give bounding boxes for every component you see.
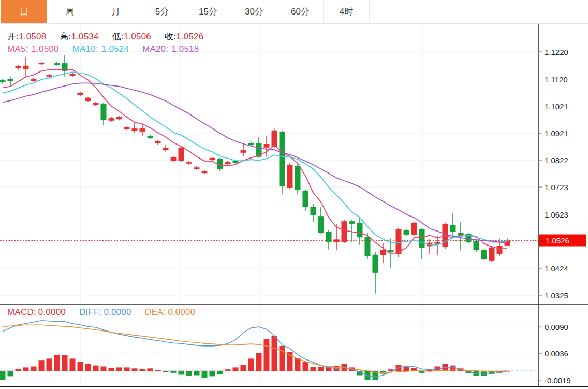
macd-value: 0.0000 (38, 307, 66, 318)
candle-body (70, 74, 76, 76)
macd-label: MACD: (7, 307, 36, 318)
ma10-label: MA10: (72, 44, 98, 54)
candle-body (124, 127, 130, 129)
macd-hist-bar (85, 364, 91, 371)
candle-body (287, 165, 293, 188)
macd-hist-bar (16, 369, 21, 371)
diff-label: DIFF: (79, 307, 102, 318)
macd-hist-bar (233, 367, 239, 371)
candle-body (116, 117, 122, 119)
candle-body (334, 239, 340, 242)
high-value: 1.0534 (71, 32, 98, 42)
tab-day[interactable]: 日 (1, 0, 47, 23)
macd-hist-bar (155, 370, 161, 371)
macd-hist-bar (163, 371, 169, 372)
macd-hist-bar (0, 371, 6, 380)
diff-value: 0.0000 (104, 307, 131, 318)
candle-body (380, 250, 386, 255)
dea-value: 0.0000 (168, 307, 195, 318)
candle-body (396, 229, 402, 254)
candle-body (23, 66, 29, 69)
macd-hist-bar (210, 371, 215, 376)
ma5-line (3, 69, 507, 254)
candle-body (210, 158, 215, 160)
tab-h4[interactable]: 4时 (324, 0, 370, 23)
price-axis-label: 1.0424 (545, 264, 568, 273)
ma10-line (3, 72, 507, 245)
macd-hist-bar (62, 355, 68, 371)
ma20-value: 1.0518 (171, 44, 199, 54)
macd-readout: MACD:0.0000DIFF:0.0000DEA:0.0000 (7, 307, 195, 318)
macd-hist-bar (93, 366, 99, 371)
candle-body (248, 143, 254, 145)
macd-hist-bar (148, 368, 153, 371)
macd-hist-bar (39, 360, 45, 371)
candle-body (225, 162, 231, 164)
ma20-label: MA20: (142, 44, 168, 54)
close-value: 1.0526 (176, 32, 203, 42)
tab-m60[interactable]: 60分 (277, 0, 324, 23)
macd-hist-bar (241, 365, 246, 371)
ohlc-readout: 开:1.0508高:1.0534低:1.0506收:1.0526 (7, 31, 203, 42)
macd-hist-bar (303, 362, 308, 371)
candle-body (171, 157, 177, 161)
price-axis-label: 1.0921 (545, 129, 568, 138)
ma-readout: MA5:1.0500MA10:1.0524MA20:1.0518 (7, 44, 199, 54)
candle-body (311, 207, 316, 215)
macd-hist-bar (248, 358, 254, 371)
price-axis-label: 1.0822 (545, 156, 568, 165)
candle-body (318, 216, 324, 233)
candle-body (497, 246, 503, 254)
candle-body (450, 225, 456, 232)
macd-hist-bar (280, 346, 285, 371)
macd-hist-bar (264, 339, 270, 371)
candle-body (8, 79, 13, 81)
candle-body (419, 229, 425, 248)
macd-hist-bar (202, 371, 208, 378)
candle-body (93, 103, 99, 105)
candle-body (373, 255, 378, 273)
high-label: 高: (60, 31, 71, 42)
macd-hist-bar (318, 367, 324, 371)
tab-m30[interactable]: 30分 (231, 0, 277, 23)
macd-hist-bar (23, 367, 29, 371)
low-value: 1.0506 (124, 32, 151, 42)
tab-m15[interactable]: 15分 (185, 0, 231, 23)
price-axis-label: 1.1220 (545, 48, 568, 56)
macd-hist-bar (140, 369, 145, 371)
macd-axis-label: -0.0019 (545, 376, 571, 384)
candle-body (264, 144, 270, 148)
tab-month[interactable]: 月 (93, 0, 139, 23)
trading-chart-app: 日周月5分15分30分60分4时 开:1.0508高:1.0534低:1.050… (0, 0, 588, 389)
candle-body (241, 150, 246, 153)
candle-body (39, 63, 45, 64)
close-label: 收: (165, 31, 176, 42)
macd-hist-bar (404, 367, 409, 371)
candle-body (148, 136, 153, 138)
ma5-label: MA5: (7, 44, 28, 54)
macd-hist-bar (8, 371, 13, 376)
price-axis-label: 1.0325 (545, 291, 568, 300)
candle-body (132, 128, 138, 131)
candle-body (295, 166, 301, 190)
price-axis-label: 1.1120 (545, 75, 568, 83)
candle-body (140, 128, 145, 132)
candle-body (78, 93, 83, 95)
candle-body (202, 171, 208, 173)
macd-axis-label: 0.0036 (545, 349, 568, 358)
low-label: 低: (112, 31, 124, 42)
tab-m5[interactable]: 5分 (139, 0, 185, 23)
candle-body (16, 66, 21, 68)
macd-hist-bar (295, 358, 301, 371)
macd-hist-bar (109, 368, 114, 371)
macd-hist-bar (171, 371, 177, 373)
macd-hist-bar (272, 336, 277, 371)
macd-hist-bar (54, 355, 60, 371)
candle-body (349, 221, 355, 224)
tab-week[interactable]: 周 (47, 0, 93, 23)
candle-body (155, 141, 161, 143)
macd-hist-bar (311, 367, 316, 371)
macd-hist-bar (132, 368, 138, 371)
candle-body (54, 63, 60, 65)
ma10-value: 1.0524 (101, 44, 129, 54)
